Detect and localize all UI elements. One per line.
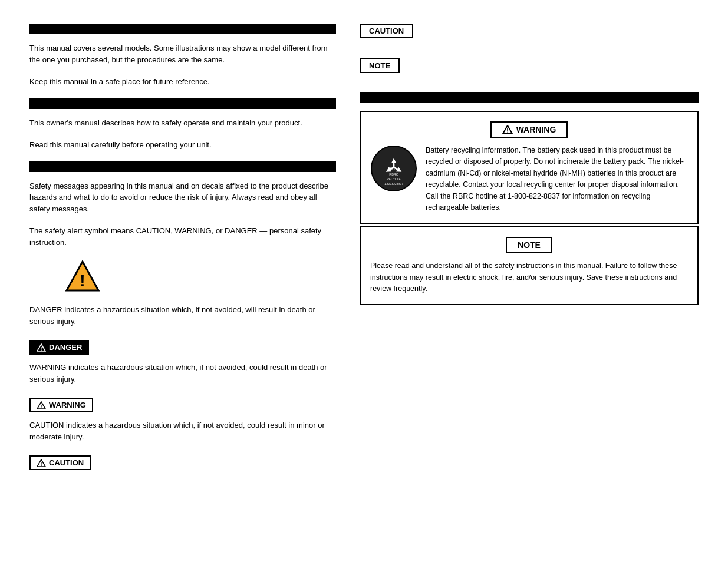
section2-text2: Read this manual carefully before operat… — [29, 139, 336, 151]
svg-text:!: ! — [41, 346, 42, 352]
recycle-badge: Ni·Cd RBRC RECYCLE 1.800.822.8837 — [370, 145, 417, 194]
section2-header-bar — [29, 98, 336, 109]
warning-badge: ! WARNING — [29, 398, 93, 412]
warning-header: ! WARNING — [370, 121, 688, 138]
caution-label-left: CAUTION — [49, 458, 84, 467]
note-badge-right: NOTE — [360, 58, 400, 73]
svg-text:1.800.822.8837: 1.800.822.8837 — [384, 183, 403, 186]
svg-text:!: ! — [41, 404, 42, 409]
section3-text3: DANGER indicates a hazardous situation w… — [29, 304, 336, 327]
svg-text:!: ! — [506, 128, 508, 134]
right-column: CAUTION NOTE ! WARNING — [360, 24, 699, 477]
svg-text:Ni·Cd: Ni·Cd — [388, 167, 399, 171]
safety-alert-triangle-icon: ! — [65, 260, 100, 292]
danger-label: DANGER — [49, 343, 82, 352]
battery-section-bar — [360, 92, 699, 103]
danger-triangle-icon: ! — [37, 343, 46, 352]
section3-text1: Safety messages appearing in this manual… — [29, 180, 336, 215]
note-box-text: Please read and understand all of the sa… — [370, 260, 688, 295]
section3-text2: The safety alert symbol means CAUTION, W… — [29, 225, 336, 248]
note-bordered-box: NOTE Please read and understand all of t… — [360, 226, 699, 305]
danger-badge: ! DANGER — [29, 340, 89, 355]
warning-triangle-icon: ! — [37, 401, 46, 409]
svg-text:RECYCLE: RECYCLE — [387, 177, 401, 181]
section3-text4: WARNING indicates a hazardous situation … — [29, 362, 336, 385]
caution-badge-right: CAUTION — [360, 24, 413, 38]
page-layout: This manual covers several models. Some … — [29, 24, 699, 477]
section1-text1: This manual covers several models. Some … — [29, 42, 336, 65]
section3-text5: CAUTION indicates a hazardous situation … — [29, 419, 336, 442]
caution-triangle-icon: ! — [37, 459, 46, 467]
note-label-right: NOTE — [369, 61, 390, 70]
note-header: NOTE — [370, 237, 688, 253]
warning-box-text: Battery recycling information. The batte… — [426, 145, 688, 213]
warning-label: WARNING — [49, 401, 86, 409]
warning-large-triangle-icon: ! — [502, 125, 513, 134]
svg-text:!: ! — [41, 461, 42, 467]
svg-text:RBRC: RBRC — [389, 173, 398, 176]
left-column: This manual covers several models. Some … — [29, 24, 336, 477]
svg-text:!: ! — [80, 272, 85, 290]
caution-label-right: CAUTION — [369, 27, 404, 35]
section2-text1: This owner's manual describes how to saf… — [29, 117, 336, 129]
warning-bordered-box: ! WARNING — [360, 111, 699, 224]
section1-text2: Keep this manual in a safe place for fut… — [29, 76, 336, 88]
recycle-circle-icon: Ni·Cd RBRC RECYCLE 1.800.822.8837 — [370, 145, 417, 192]
warning-box-content: Ni·Cd RBRC RECYCLE 1.800.822.8837 Batter… — [370, 145, 688, 213]
caution-badge-left: ! CAUTION — [29, 455, 91, 470]
note-large-label: NOTE — [518, 240, 541, 250]
warning-large-label: WARNING — [516, 125, 556, 134]
section1-header-bar — [29, 24, 336, 34]
section3-header-bar — [29, 161, 336, 172]
note-badge-large: NOTE — [506, 237, 552, 253]
warning-badge-large: ! WARNING — [490, 121, 568, 138]
